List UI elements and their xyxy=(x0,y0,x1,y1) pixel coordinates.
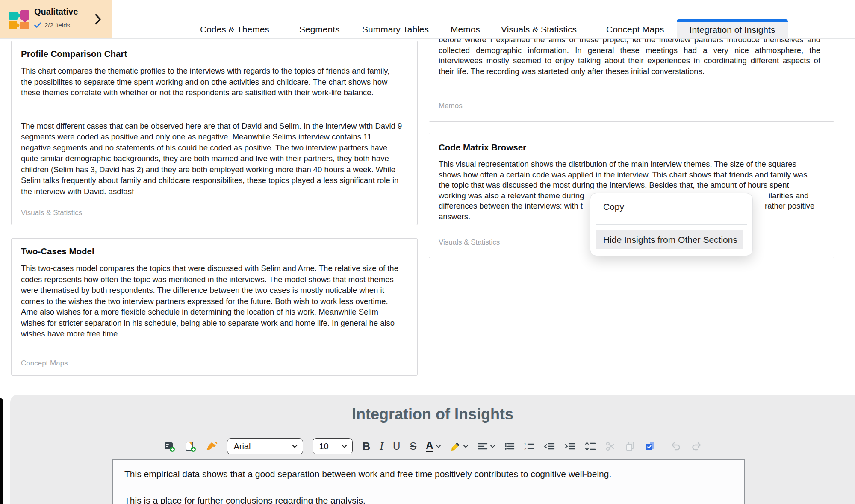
text-fragment-right: ilarities and xyxy=(769,191,809,201)
tab-memos[interactable]: Memos xyxy=(451,24,480,35)
insert-summary-icon xyxy=(164,441,175,452)
context-menu-item-hide-insights[interactable]: Hide Insights from Other Sections xyxy=(596,230,743,249)
font-family-value: Arial xyxy=(233,442,251,451)
format-painter-icon xyxy=(206,441,218,452)
font-size-select[interactable]: 10 xyxy=(313,438,353,454)
text-fragment-left: differences between the interviews: with… xyxy=(439,201,583,210)
chevron-down-icon xyxy=(436,445,441,448)
card-text-line: their life. The recording was starteted … xyxy=(439,66,820,77)
tab-integration-of-insights[interactable]: Integration of Insights xyxy=(677,19,788,38)
tab-codes-and-themes[interactable]: Codes & Themes xyxy=(200,24,269,35)
section-title: Integration of Insights xyxy=(10,405,855,423)
outdent-button[interactable] xyxy=(544,442,555,451)
insert-insight-icon xyxy=(185,441,196,452)
numbered-list-button[interactable]: 1 2 xyxy=(524,442,534,451)
tab-visuals-statistics[interactable]: Visuals & Statistics xyxy=(501,24,577,35)
top-navigation-bar: Qualitative 2/2 fields Codes & Themes Se… xyxy=(0,0,855,39)
highlight-color-button[interactable] xyxy=(450,441,468,452)
card-text-line: collected demographic information. In ge… xyxy=(439,45,820,56)
copy-icon xyxy=(625,441,635,451)
align-button[interactable] xyxy=(478,442,495,450)
context-menu: Copy Hide Insights from Other Sections xyxy=(590,193,753,256)
paste-button[interactable] xyxy=(645,441,655,451)
chevron-down-icon xyxy=(490,445,495,448)
cut-button[interactable] xyxy=(605,441,616,451)
card-text-line: shows how often a certain code was appli… xyxy=(439,170,821,180)
card-paragraph: This two-cases model compares the topics… xyxy=(21,263,403,339)
highlighter-icon xyxy=(450,441,461,452)
insight-card-two-cases-model: Two-Cases Model This two-cases model com… xyxy=(11,238,418,376)
undo-button[interactable] xyxy=(671,442,681,451)
card-title: Profile Comparison Chart xyxy=(21,49,403,59)
strikethrough-icon: S xyxy=(410,441,416,451)
text-fragment-left: working was also a relevant theme during xyxy=(439,191,584,200)
project-block[interactable]: Qualitative 2/2 fields xyxy=(0,0,112,38)
indent-icon xyxy=(564,442,575,451)
project-name: Qualitative xyxy=(34,7,78,17)
card-title: Code Matrix Browser xyxy=(439,142,821,153)
font-size-value: 10 xyxy=(319,442,328,451)
redo-button[interactable] xyxy=(691,442,702,451)
paste-icon xyxy=(645,441,655,451)
card-source-label: Visuals & Statistics xyxy=(439,238,500,247)
card-source-label: Concept Maps xyxy=(21,359,68,368)
insert-insight-button[interactable] xyxy=(185,441,196,452)
text-color-icon: A xyxy=(426,440,433,452)
strikethrough-button[interactable]: S xyxy=(410,441,416,451)
line-spacing-button[interactable] xyxy=(585,442,596,451)
font-family-select[interactable]: Arial xyxy=(227,438,303,454)
underline-icon: U xyxy=(393,441,400,451)
context-menu-item-label: Hide Insights from Other Sections xyxy=(603,235,737,245)
copy-button[interactable] xyxy=(625,441,635,451)
card-source-label: Memos xyxy=(439,102,463,110)
numbered-list-icon: 1 2 xyxy=(524,442,534,451)
svg-text:1: 1 xyxy=(524,442,526,446)
conclusions-editor[interactable]: This empirical data shows that a good se… xyxy=(112,459,745,504)
app-window: Profile Comparison Chart This chart comp… xyxy=(0,0,855,504)
insert-summary-button[interactable] xyxy=(164,441,175,452)
editor-toolbar: Arial 10 B I U S xyxy=(10,437,855,455)
cut-icon xyxy=(605,441,616,451)
chevron-down-icon xyxy=(292,445,298,448)
chevron-down-icon xyxy=(463,445,468,448)
bold-button[interactable]: B xyxy=(362,441,370,452)
insight-card-profile-comparison: Profile Comparison Chart This chart comp… xyxy=(11,41,418,225)
svg-text:2: 2 xyxy=(524,447,526,451)
bold-icon: B xyxy=(362,441,370,452)
chevron-down-icon xyxy=(342,445,347,448)
tab-concept-maps[interactable]: Concept Maps xyxy=(606,24,664,35)
align-icon xyxy=(478,442,488,450)
indent-button[interactable] xyxy=(564,442,575,451)
italic-button[interactable]: I xyxy=(380,441,383,452)
context-menu-item-copy[interactable]: Copy xyxy=(603,202,624,212)
puzzle-logo-icon xyxy=(8,9,31,31)
chevron-right-icon[interactable] xyxy=(95,14,101,25)
underline-button[interactable]: U xyxy=(393,441,400,451)
editor-paragraph: This empirical data shows that a good se… xyxy=(124,468,744,480)
bullet-list-icon xyxy=(504,442,515,451)
offscreen-panel-edge xyxy=(0,398,3,504)
card-text-line: This visual representation shows the dis… xyxy=(439,159,821,170)
card-paragraph: This chart compares the thematic profile… xyxy=(21,65,403,98)
fields-status: 2/2 fields xyxy=(44,21,70,29)
card-source-label: Visuals & Statistics xyxy=(21,209,82,217)
tab-segments[interactable]: Segments xyxy=(299,24,340,35)
card-text-line: interviewees mostly seemed to enjoy talk… xyxy=(439,56,820,66)
line-spacing-icon xyxy=(585,442,596,451)
integration-of-insights-section: Integration of Insights xyxy=(10,395,855,504)
redo-icon xyxy=(691,442,702,451)
card-title: Two-Cases Model xyxy=(21,246,403,256)
checkmark-icon xyxy=(34,22,41,28)
active-tab-label: Integration of Insights xyxy=(690,23,775,35)
italic-icon: I xyxy=(380,441,383,452)
tab-summary-tables[interactable]: Summary Tables xyxy=(362,24,429,35)
undo-icon xyxy=(671,442,681,451)
text-fragment-right: rather positive xyxy=(765,201,814,212)
editor-paragraph: This is a place for further conclusions … xyxy=(124,495,744,504)
format-painter-button[interactable] xyxy=(206,441,218,452)
card-paragraph: The most different cases that can be obs… xyxy=(21,121,403,197)
context-menu-divider xyxy=(596,224,747,225)
card-text-line: the topic that was discussed the most du… xyxy=(439,180,821,191)
text-color-button[interactable]: A xyxy=(426,440,440,452)
bullet-list-button[interactable] xyxy=(504,442,515,451)
